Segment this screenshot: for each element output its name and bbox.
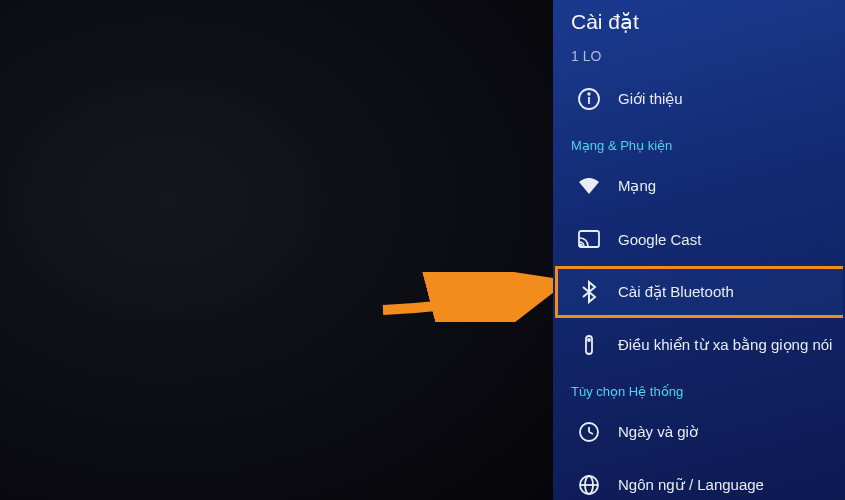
cast-icon bbox=[576, 226, 602, 252]
menu-item-cast[interactable]: Google Cast bbox=[555, 213, 843, 265]
menu-item-bluetooth[interactable]: Cài đặt Bluetooth bbox=[555, 266, 843, 318]
menu-item-about[interactable]: Giới thiệu bbox=[555, 73, 843, 125]
menu-label: Google Cast bbox=[618, 231, 701, 248]
wifi-icon bbox=[576, 173, 602, 199]
svg-point-7 bbox=[588, 339, 590, 341]
menu-label: Giới thiệu bbox=[618, 90, 683, 108]
settings-panel: Cài đặt 1 LO Giới thiệu Mạng & Phụ kiện … bbox=[553, 0, 845, 500]
clock-icon bbox=[576, 419, 602, 445]
menu-label: Ngày và giờ bbox=[618, 423, 698, 441]
menu-label: Ngôn ngữ / Language bbox=[618, 476, 764, 494]
section-header-network: Mạng & Phụ kiện bbox=[553, 126, 845, 159]
menu-item-network[interactable]: Mạng bbox=[555, 160, 843, 212]
tv-dark-background bbox=[0, 0, 553, 500]
menu-item-remote[interactable]: Điều khiển từ xa bằng giọng nói bbox=[555, 319, 843, 371]
panel-title: Cài đặt bbox=[553, 0, 845, 44]
partial-clipped-text: 1 LO bbox=[553, 44, 845, 72]
section-header-system: Tùy chọn Hệ thống bbox=[553, 372, 845, 405]
svg-line-10 bbox=[589, 432, 593, 434]
globe-icon bbox=[576, 472, 602, 498]
svg-point-3 bbox=[588, 93, 590, 95]
menu-label: Mạng bbox=[618, 177, 656, 195]
menu-label: Cài đặt Bluetooth bbox=[618, 283, 734, 301]
remote-icon bbox=[576, 332, 602, 358]
svg-point-5 bbox=[579, 244, 581, 246]
menu-item-language[interactable]: Ngôn ngữ / Language bbox=[555, 459, 843, 500]
bluetooth-icon bbox=[576, 279, 602, 305]
menu-label: Điều khiển từ xa bằng giọng nói bbox=[618, 336, 832, 354]
info-icon bbox=[576, 86, 602, 112]
menu-item-datetime[interactable]: Ngày và giờ bbox=[555, 406, 843, 458]
